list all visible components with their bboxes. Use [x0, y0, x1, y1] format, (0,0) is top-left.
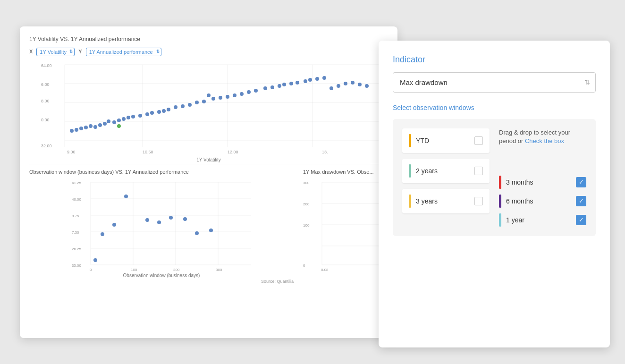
- svg-point-62: [329, 86, 333, 90]
- bottom-left-scatter: 41.25 40.00 8.75 7.50 26.25 35.00 0 100 …: [29, 178, 294, 272]
- 1year-checkbox[interactable]: ✓: [576, 215, 586, 225]
- svg-text:0: 0: [90, 268, 92, 272]
- svg-point-34: [145, 112, 149, 116]
- svg-text:41.25: 41.25: [72, 181, 82, 185]
- svg-text:0.08: 0.08: [321, 268, 329, 272]
- 3years-checkbox[interactable]: [474, 197, 483, 205]
- svg-point-26: [103, 122, 107, 126]
- drag-drop-hint: Drag & drop to select your period or Che…: [499, 128, 586, 145]
- svg-point-20: [75, 128, 78, 132]
- svg-text:12.00: 12.00: [228, 150, 238, 154]
- 2years-checkbox[interactable]: [474, 167, 483, 175]
- indicator-select[interactable]: Max drawdown: [393, 72, 596, 93]
- 3months-checkbox[interactable]: ✓: [576, 177, 586, 187]
- windows-left-column: YTD 2 years 3 years: [402, 128, 490, 227]
- 6months-checkbox[interactable]: ✓: [576, 196, 586, 206]
- svg-point-67: [365, 84, 369, 88]
- svg-point-65: [351, 81, 355, 85]
- svg-point-64: [344, 82, 347, 85]
- dashboard-card: 1Y Volatility VS. 1Y Annualized performa…: [20, 26, 397, 338]
- bottom-charts: Observation window (business days) VS. 1…: [29, 169, 388, 284]
- windows-right-column: Drag & drop to select your period or Che…: [499, 128, 586, 227]
- svg-text:6.00: 6.00: [41, 82, 50, 87]
- svg-text:0: 0: [303, 263, 305, 268]
- svg-point-21: [79, 127, 83, 130]
- svg-point-27: [107, 119, 110, 123]
- svg-point-47: [226, 95, 229, 99]
- svg-point-24: [93, 125, 97, 129]
- bottom-right-title: 1Y Max drawdown VS. Obse...: [303, 169, 388, 175]
- obs-windows-label: Select observation windows: [393, 104, 596, 111]
- 3months-color-bar: [499, 176, 501, 189]
- svg-point-31: [127, 116, 130, 119]
- 6months-color-bar: [499, 195, 501, 208]
- svg-point-68: [117, 124, 121, 128]
- svg-point-58: [304, 79, 307, 83]
- svg-point-38: [167, 108, 170, 111]
- svg-text:10.50: 10.50: [143, 150, 153, 154]
- svg-text:32.00: 32.00: [41, 144, 52, 148]
- window-item-ytd: YTD: [402, 128, 490, 153]
- y-axis-select-wrapper[interactable]: 1Y Annualized performance: [86, 47, 161, 56]
- top-scatter-svg: 64.00 6.00 8.00 0.00 32.00 9.00 10.50 12…: [29, 60, 388, 154]
- x-axis-select-wrapper[interactable]: 1Y Volatility: [36, 47, 75, 56]
- svg-point-41: [188, 103, 192, 107]
- svg-point-19: [70, 129, 74, 133]
- indicator-select-wrapper[interactable]: Max drawdown ⇅: [393, 72, 596, 93]
- ytd-checkbox[interactable]: [474, 136, 483, 145]
- svg-text:200: 200: [303, 202, 310, 206]
- svg-point-32: [131, 115, 135, 119]
- svg-point-95: [169, 216, 173, 220]
- svg-point-30: [122, 117, 126, 121]
- svg-point-96: [183, 217, 187, 221]
- svg-point-28: [112, 120, 116, 124]
- 1year-label: 1 year: [506, 216, 571, 224]
- svg-point-66: [358, 83, 362, 86]
- svg-point-60: [315, 77, 319, 81]
- svg-point-63: [337, 84, 340, 88]
- svg-point-51: [254, 89, 258, 93]
- svg-point-49: [240, 92, 244, 96]
- 3years-label: 3 years: [416, 197, 470, 205]
- svg-text:7.50: 7.50: [72, 230, 79, 235]
- check-box-link[interactable]: Check the box: [525, 137, 564, 144]
- svg-text:64.00: 64.00: [41, 63, 52, 68]
- bottom-left-svg: 41.25 40.00 8.75 7.50 26.25 35.00 0 100 …: [29, 178, 294, 272]
- 6months-label: 6 months: [506, 197, 571, 205]
- svg-point-98: [209, 229, 213, 232]
- 3years-color-bar: [409, 195, 411, 208]
- top-chart-title: 1Y Volatility VS. 1Y Annualized performa…: [29, 36, 388, 42]
- bottom-right-svg: 300 200 100 0 0.08 Observation window (b…: [303, 178, 388, 272]
- 2years-label: 2 years: [416, 167, 470, 175]
- y-axis-select[interactable]: 1Y Annualized performance: [86, 48, 161, 56]
- svg-point-42: [195, 101, 199, 104]
- bottom-left-chart: Observation window (business days) VS. 1…: [29, 169, 294, 284]
- chart-controls: X 1Y Volatility Y 1Y Annualized performa…: [29, 47, 388, 56]
- svg-text:300: 300: [303, 181, 310, 185]
- svg-point-40: [181, 104, 185, 108]
- svg-text:0.00: 0.00: [41, 118, 50, 122]
- bottom-left-x-label: Observation window (business days): [29, 273, 294, 278]
- svg-text:8.75: 8.75: [72, 214, 79, 218]
- 2years-color-bar: [409, 164, 411, 178]
- window-item-2years: 2 years: [402, 159, 490, 183]
- svg-point-50: [247, 90, 251, 94]
- svg-point-89: [93, 258, 97, 262]
- svg-point-53: [270, 85, 274, 89]
- svg-text:300: 300: [216, 268, 222, 272]
- svg-point-37: [162, 109, 166, 113]
- window-item-3months: 3 months ✓: [499, 176, 586, 189]
- indicator-section-label: Indicator: [393, 55, 596, 65]
- window-item-6months: 6 months ✓: [499, 195, 586, 208]
- svg-text:35.00: 35.00: [72, 263, 82, 268]
- svg-text:13.: 13.: [322, 150, 328, 154]
- svg-point-93: [145, 218, 149, 222]
- svg-point-36: [157, 110, 161, 114]
- svg-text:26.25: 26.25: [72, 247, 82, 251]
- bottom-left-title: Observation window (business days) VS. 1…: [29, 169, 294, 175]
- x-axis-select[interactable]: 1Y Volatility: [36, 48, 75, 56]
- svg-point-29: [117, 119, 121, 122]
- bottom-right-scatter: 300 200 100 0 0.08 Observation window (b…: [303, 178, 388, 272]
- svg-point-43: [202, 100, 206, 103]
- svg-point-45: [211, 97, 215, 101]
